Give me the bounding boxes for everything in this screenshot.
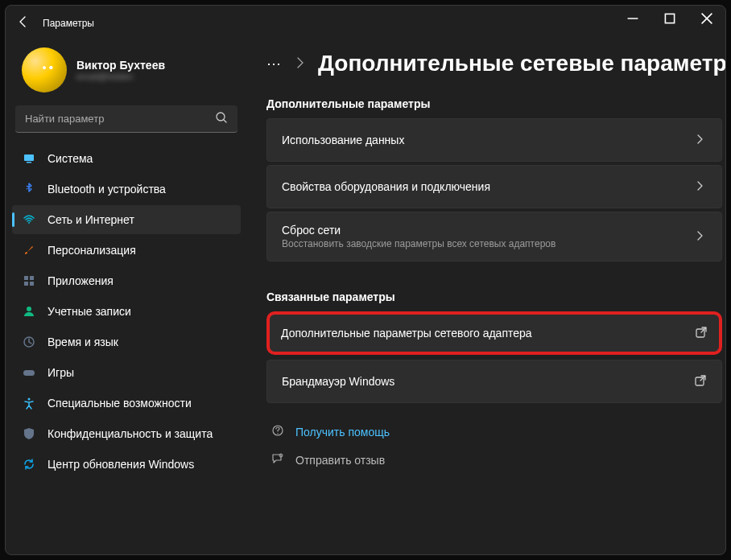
sidebar-item-label: Центр обновления Windows <box>47 458 194 471</box>
chevron-right-icon <box>294 56 307 72</box>
svg-rect-0 <box>665 14 674 23</box>
apps-icon <box>22 274 36 288</box>
sidebar-item-label: Bluetooth и устройства <box>47 183 166 196</box>
sidebar-item-privacy[interactable]: Конфиденциальность и защита <box>12 419 241 448</box>
arrow-left-icon <box>17 15 30 28</box>
main-panel: ⋯ Дополнительные сетевые параметр Дополн… <box>247 41 725 554</box>
svg-rect-6 <box>30 276 34 280</box>
sidebar-item-accessibility[interactable]: Специальные возможности <box>12 389 241 418</box>
card-subtitle: Восстановить заводские параметры всех се… <box>282 238 694 249</box>
back-button[interactable] <box>17 15 43 31</box>
svg-point-12 <box>28 398 31 401</box>
settings-window: Параметры Виктор Бухтеев email@hidden <box>5 5 726 555</box>
minimize-icon <box>626 12 639 25</box>
close-button[interactable] <box>688 6 725 31</box>
feedback-link-label: Отправить отзыв <box>295 454 385 467</box>
svg-point-9 <box>27 307 31 311</box>
minimize-button[interactable] <box>614 6 651 31</box>
setting-card-reset[interactable]: Сброс сетиВосстановить заводские парамет… <box>266 212 722 261</box>
maximize-button[interactable] <box>651 6 688 31</box>
search-icon <box>215 111 228 126</box>
svg-point-16 <box>277 433 278 434</box>
avatar <box>22 47 67 93</box>
search-box[interactable] <box>15 105 237 133</box>
sidebar-item-system[interactable]: Система <box>12 144 241 173</box>
help-link[interactable]: Получить помощь <box>266 418 722 446</box>
clock-icon <box>22 335 36 349</box>
maximize-icon <box>663 12 676 25</box>
feedback-link[interactable]: Отправить отзыв <box>266 446 722 474</box>
chevron-right-icon <box>694 179 707 192</box>
card-title: Сброс сети <box>282 224 694 237</box>
sidebar-item-time[interactable]: Время и язык <box>12 327 241 356</box>
sidebar-item-label: Время и язык <box>47 336 118 348</box>
close-icon <box>700 12 713 25</box>
sidebar-item-gaming[interactable]: Игры <box>12 358 241 387</box>
person-icon <box>22 304 36 319</box>
external-link-icon <box>694 374 707 387</box>
setting-card-firewall[interactable]: Брандмауэр Windows <box>266 360 722 403</box>
window-controls <box>614 6 725 31</box>
card-title: Использование данных <box>282 134 694 146</box>
setting-card-adapter-options[interactable]: Дополнительные параметры сетевого адапте… <box>266 311 722 355</box>
titlebar: Параметры <box>6 6 725 41</box>
section-heading-extra: Дополнительные параметры <box>266 97 722 110</box>
sidebar-item-personalization[interactable]: Персонализация <box>12 236 241 265</box>
game-icon <box>22 365 36 380</box>
sidebar-item-label: Приложения <box>47 274 114 287</box>
svg-rect-2 <box>24 154 34 161</box>
breadcrumb: ⋯ Дополнительные сетевые параметр <box>266 41 722 86</box>
help-link-label: Получить помощь <box>295 426 390 439</box>
setting-card-hardware[interactable]: Свойства оборудования и подключения <box>266 165 722 208</box>
sidebar-item-update[interactable]: Центр обновления Windows <box>12 450 241 479</box>
sidebar-item-label: Персонализация <box>47 244 136 257</box>
sidebar-item-accounts[interactable]: Учетные записи <box>12 297 241 326</box>
wifi-icon <box>22 212 36 227</box>
help-icon <box>270 424 286 439</box>
sidebar-item-apps[interactable]: Приложения <box>12 266 241 295</box>
profile-name: Виктор Бухтеев <box>76 59 165 72</box>
shield-icon <box>22 426 36 441</box>
sidebar-item-label: Сеть и Интернет <box>47 213 134 226</box>
external-link-icon <box>695 326 708 339</box>
page-title: Дополнительные сетевые параметр <box>318 51 725 76</box>
svg-rect-8 <box>30 282 34 286</box>
sidebar-item-label: Специальные возможности <box>47 397 192 410</box>
card-title: Свойства оборудования и подключения <box>282 180 694 193</box>
chevron-right-icon <box>694 133 707 146</box>
card-title: Дополнительные параметры сетевого адапте… <box>281 327 695 340</box>
sidebar-item-label: Конфиденциальность и защита <box>47 427 213 440</box>
window-title: Параметры <box>43 18 94 29</box>
setting-card-data-usage[interactable]: Использование данных <box>266 118 722 162</box>
chevron-right-icon <box>694 229 707 242</box>
feedback-icon <box>270 452 286 467</box>
profile-email: email@hidden <box>76 72 165 81</box>
bluetooth-icon <box>22 182 36 196</box>
card-title: Брандмауэр Windows <box>282 375 694 388</box>
svg-rect-5 <box>24 276 28 280</box>
svg-point-1 <box>217 113 225 121</box>
accessibility-icon <box>22 396 36 410</box>
sidebar-item-label: Игры <box>47 366 74 379</box>
breadcrumb-more[interactable]: ⋯ <box>266 55 283 72</box>
display-icon <box>22 151 36 166</box>
svg-rect-7 <box>24 282 28 286</box>
sidebar: Виктор Бухтеев email@hidden СистемаBluet… <box>6 41 247 554</box>
sidebar-item-label: Учетные записи <box>47 305 131 318</box>
sidebar-item-label: Система <box>47 152 93 165</box>
sidebar-item-network[interactable]: Сеть и Интернет <box>12 205 241 234</box>
update-icon <box>22 457 36 471</box>
nav-list: СистемаBluetooth и устройстваСеть и Инте… <box>12 141 241 482</box>
profile-block[interactable]: Виктор Бухтеев email@hidden <box>12 41 241 101</box>
svg-rect-3 <box>27 162 31 163</box>
search-input[interactable] <box>25 113 215 125</box>
sidebar-item-bluetooth[interactable]: Bluetooth и устройства <box>12 175 241 204</box>
brush-icon <box>22 243 36 257</box>
svg-point-4 <box>28 222 30 224</box>
section-heading-related: Связанные параметры <box>266 290 722 303</box>
svg-rect-11 <box>23 370 35 376</box>
